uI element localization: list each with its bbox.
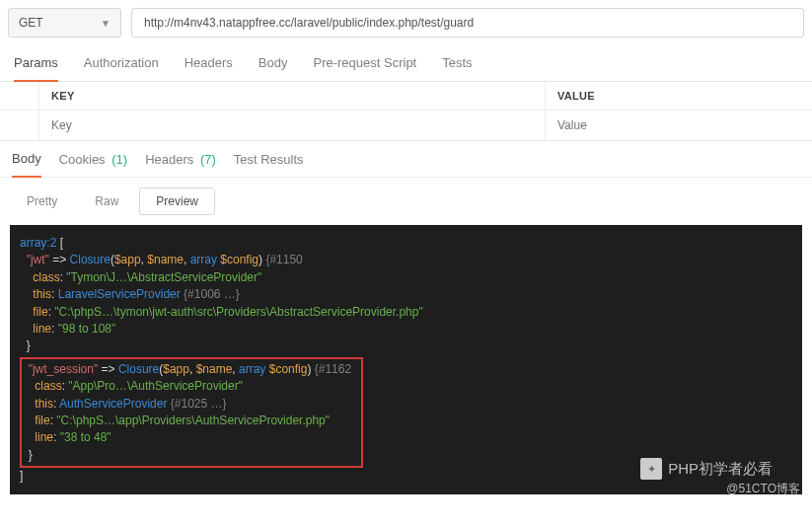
resp-tab-headers-count: (7) [200,152,216,167]
http-method-label: GET [19,16,43,30]
view-mode-group: Pretty Raw Preview [0,178,812,225]
request-tabs: Params Authorization Headers Body Pre-re… [0,41,812,82]
http-method-select[interactable]: GET ▼ [8,8,121,38]
tab-tests[interactable]: Tests [442,55,472,81]
view-raw-button[interactable]: Raw [78,188,135,215]
resp-tab-cookies-count: (1) [111,152,127,167]
params-key-input[interactable] [51,118,533,132]
tab-authorization[interactable]: Authorization [84,55,159,81]
params-row-checkbox[interactable] [0,110,39,140]
resp-tab-cookies[interactable]: Cookies (1) [59,152,127,177]
tab-headers[interactable]: Headers [185,55,233,81]
view-pretty-button[interactable]: Pretty [10,188,74,215]
response-tabs: Body Cookies (1) Headers (7) Test Result… [0,141,812,178]
url-input[interactable] [131,8,804,38]
params-value-input[interactable] [557,118,800,132]
params-value-header: VALUE [546,82,812,110]
resp-tab-headers[interactable]: Headers (7) [145,152,216,177]
tab-body[interactable]: Body [258,55,288,81]
view-preview-button[interactable]: Preview [139,188,215,215]
params-key-header: KEY [39,82,546,110]
resp-tab-testresults[interactable]: Test Results [234,152,304,177]
chevron-down-icon: ▼ [101,18,111,29]
resp-tab-testresults-label: Test Results [234,152,304,167]
resp-tab-body[interactable]: Body [12,151,41,178]
params-table: KEY VALUE [0,82,812,141]
resp-tab-cookies-label: Cookies [59,152,106,167]
tab-prerequest[interactable]: Pre-request Script [313,55,416,81]
resp-tab-headers-label: Headers [145,152,193,167]
code-block[interactable]: array:2 [ "jwt" => Closure($app, $name, … [20,235,792,485]
response-preview: array:2 [ "jwt" => Closure($app, $name, … [10,225,802,494]
resp-tab-body-label: Body [12,151,41,166]
tab-params[interactable]: Params [14,55,58,82]
params-checkbox-header [0,82,39,110]
